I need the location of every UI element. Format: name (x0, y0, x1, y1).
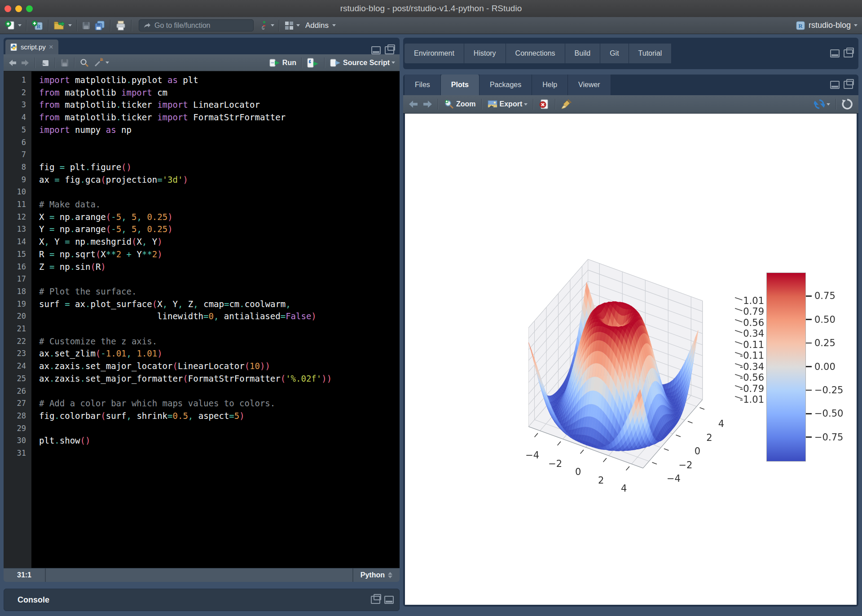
token: matplotlib (60, 88, 121, 97)
tab-script-py[interactable]: script.py × (5, 40, 58, 54)
previous-plot-icon[interactable] (409, 100, 418, 108)
code-line[interactable]: 30plt.show() (4, 435, 400, 447)
open-in-window-icon[interactable] (40, 58, 50, 67)
code-line[interactable]: 7 (4, 149, 400, 161)
token: , (44, 237, 49, 246)
token: . (85, 237, 90, 246)
tab-help[interactable]: Help (532, 75, 568, 95)
code-line[interactable]: 31 (4, 447, 400, 460)
tab-connections[interactable]: Connections (506, 44, 565, 63)
restore-console-icon[interactable] (371, 596, 380, 604)
code-line[interactable]: 3from matplotlib.ticker import LinearLoc… (4, 99, 400, 111)
project-menu-button[interactable]: R rstudio-blog (796, 21, 858, 31)
tab-git[interactable]: Git (600, 44, 629, 63)
code-text: Y = np.arange(-5, 5, 0.25) (32, 223, 173, 236)
code-editor[interactable]: 1import matplotlib.pyplot as plt2from ma… (4, 71, 400, 568)
token: Y (167, 299, 178, 309)
tab-plots[interactable]: Plots (441, 75, 479, 95)
x-tick-label: −2 (548, 458, 562, 469)
maximize-pane-icon[interactable] (844, 49, 853, 57)
new-project-icon: R (31, 20, 44, 31)
maximize-pane-icon[interactable] (385, 46, 394, 54)
code-line[interactable]: 26 (4, 385, 400, 398)
tab-viewer[interactable]: Viewer (568, 75, 611, 95)
code-text: X = np.arange(-5, 5, 0.25) (32, 211, 173, 224)
forward-icon[interactable] (21, 59, 30, 67)
code-line[interactable]: 20 linewidth=0, antialiased=False) (4, 310, 400, 323)
tab-files[interactable]: Files (404, 75, 441, 95)
code-line[interactable]: 22# Customize the z axis. (4, 335, 400, 348)
save-all-button[interactable] (94, 20, 106, 31)
export-plot-button[interactable]: Export (487, 100, 528, 109)
version-control-button[interactable]: G (259, 20, 274, 31)
tab-history[interactable]: History (464, 44, 506, 63)
code-line[interactable]: 12X = np.arange(-5, 5, 0.25) (4, 211, 400, 224)
next-plot-icon[interactable] (422, 100, 432, 108)
code-line[interactable]: 21 (4, 323, 400, 335)
token (132, 348, 136, 358)
refresh-plots-icon[interactable] (841, 98, 853, 110)
code-line[interactable]: 11# Make data. (4, 198, 400, 211)
print-button[interactable] (115, 20, 127, 31)
tab-close-icon[interactable]: × (49, 43, 53, 51)
code-line[interactable]: 27# Add a color bar which maps values to… (4, 397, 400, 410)
code-line[interactable]: 28fig.colorbar(surf, shrink=0.5, aspect=… (4, 410, 400, 422)
code-line[interactable]: 14X, Y = np.meshgrid(X, Y) (4, 236, 400, 248)
new-project-button[interactable]: R (31, 20, 44, 31)
maximize-console-icon[interactable] (384, 596, 394, 604)
goto-file-search[interactable]: Go to file/function (139, 19, 254, 31)
maximize-pane-icon[interactable] (844, 81, 853, 89)
panes-layout-button[interactable] (284, 20, 300, 31)
publish-plot-button[interactable] (814, 99, 830, 110)
code-line[interactable]: 1import matplotlib.pyplot as plt (4, 74, 400, 87)
console-pane[interactable]: Console (4, 589, 400, 611)
code-line[interactable]: 15R = np.sqrt(X**2 + Y**2) (4, 248, 400, 261)
code-line[interactable]: 10 (4, 186, 400, 198)
code-line[interactable]: 8fig = plt.figure() (4, 161, 400, 174)
rerun-icon[interactable] (307, 58, 319, 68)
code-line[interactable]: 13Y = np.arange(-5, 5, 0.25) (4, 223, 400, 236)
code-line[interactable]: 29 (4, 422, 400, 435)
minimize-pane-icon[interactable] (371, 46, 381, 54)
tab-packages[interactable]: Packages (479, 75, 532, 95)
back-icon[interactable] (8, 59, 17, 67)
find-icon[interactable] (79, 58, 89, 68)
code-line[interactable]: 2from matplotlib import cm (4, 87, 400, 99)
save-button[interactable] (81, 21, 91, 31)
code-line[interactable]: 4from matplotlib.ticker import FormatStr… (4, 111, 400, 124)
tab-environment[interactable]: Environment (404, 44, 464, 63)
new-file-button[interactable] (4, 20, 22, 31)
code-line[interactable]: 18# Plot the surface. (4, 286, 400, 298)
token: , (121, 212, 126, 222)
code-line[interactable]: 19surf = ax.plot_surface(X, Y, Z, cmap=c… (4, 298, 400, 311)
code-line[interactable]: 5import numpy as np (4, 124, 400, 136)
remove-plot-icon[interactable] (539, 99, 550, 110)
open-file-button[interactable] (53, 20, 72, 31)
addins-button[interactable]: Addins (303, 21, 336, 30)
minimize-pane-icon[interactable] (830, 81, 840, 89)
token: surf (39, 299, 65, 309)
tab-build[interactable]: Build (565, 44, 601, 63)
code-text (32, 447, 39, 460)
code-line[interactable]: 16Z = np.sin(R) (4, 261, 400, 273)
code-line[interactable]: 9ax = fig.gca(projection='3d') (4, 174, 400, 186)
zoom-plot-button[interactable]: Zoom (444, 99, 476, 110)
code-line[interactable]: 6 (4, 136, 400, 149)
clear-all-plots-icon[interactable] (561, 99, 572, 110)
tab-tutorial[interactable]: Tutorial (629, 44, 672, 63)
token: np (54, 212, 70, 222)
code-tools-button[interactable] (93, 57, 109, 68)
minimize-pane-icon[interactable] (830, 49, 840, 57)
token: fig (39, 162, 60, 172)
code-line[interactable]: 23ax.set_zlim(-1.01, 1.01) (4, 348, 400, 360)
language-selector[interactable]: Python (352, 568, 400, 582)
plot-display-area[interactable]: −4−2024−4−20241.010.790.560.340.11-0.11-… (405, 114, 857, 605)
run-button[interactable]: Run (269, 58, 296, 67)
code-line[interactable]: 17 (4, 273, 400, 286)
save-icon[interactable] (60, 58, 69, 67)
code-line[interactable]: 24ax.zaxis.set_major_locator(LinearLocat… (4, 360, 400, 373)
code-text (32, 149, 39, 161)
token: = (49, 249, 54, 259)
source-script-button[interactable]: Source Script (330, 58, 395, 67)
code-line[interactable]: 25ax.zaxis.set_major_formatter(FormatStr… (4, 373, 400, 385)
